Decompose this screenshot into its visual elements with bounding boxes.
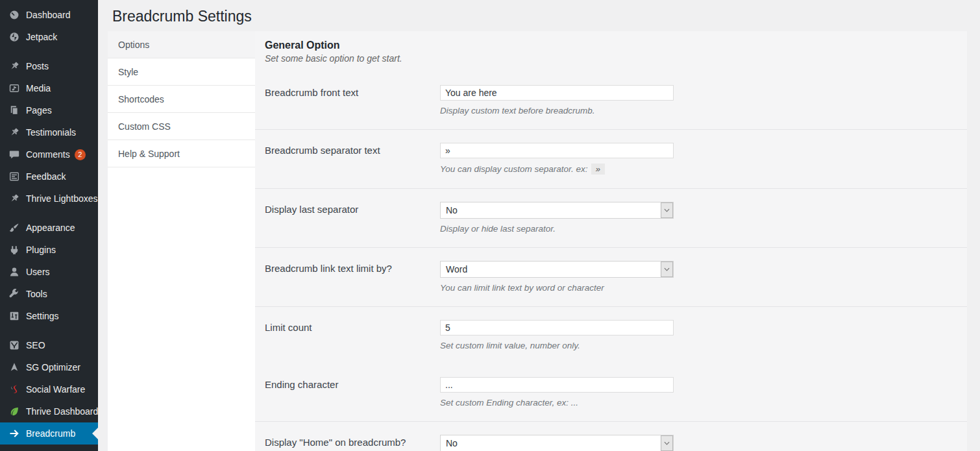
sidebar-item-label: Plugins bbox=[26, 245, 56, 255]
sidebar-item-posts[interactable]: Posts bbox=[0, 55, 98, 77]
sidebar-item-label: Breadcrumb bbox=[26, 428, 75, 439]
sidebar-item-label: Dashboard bbox=[26, 10, 71, 20]
breadcrumb-arrow-icon bbox=[8, 428, 20, 440]
pin-icon bbox=[8, 193, 20, 205]
section-title: General Option bbox=[265, 40, 967, 51]
sidebar-item-thrive-dashboard[interactable]: Thrive Dashboard bbox=[0, 400, 98, 422]
seo-icon bbox=[8, 339, 20, 352]
field-help: Display custom text before breadcrumb. bbox=[440, 106, 967, 116]
sidebar-item-comments[interactable]: Comments 2 bbox=[0, 143, 98, 165]
sidebar-item-label: Thrive Dashboard bbox=[26, 406, 98, 417]
jetpack-icon bbox=[8, 31, 20, 43]
sidebar-item-label: Tools bbox=[26, 289, 47, 299]
sidebar-item-label: Comments bbox=[26, 149, 70, 160]
appearance-icon bbox=[8, 222, 20, 234]
tab-help-support[interactable]: Help & Support bbox=[108, 140, 255, 167]
page-title: Breadcrumb Settings bbox=[98, 0, 980, 31]
sidebar-item-pages[interactable]: Pages bbox=[0, 99, 98, 121]
field-label: Breadcrumb separator text bbox=[265, 143, 440, 175]
breadcrumb-separator-text-input[interactable] bbox=[440, 143, 674, 158]
users-icon bbox=[8, 266, 20, 278]
sidebar-item-testimonials[interactable]: Testimonials bbox=[0, 121, 98, 143]
main-content: Breadcrumb Settings Options Style Shortc… bbox=[98, 0, 980, 451]
field-label: Limit count bbox=[265, 320, 440, 350]
select-value: No bbox=[446, 205, 458, 215]
sidebar-separator bbox=[0, 48, 98, 55]
field-help-text: You can display custom separator. ex: bbox=[440, 164, 588, 174]
sidebar-item-label: Appearance bbox=[26, 223, 75, 233]
sidebar-item-settings[interactable]: Settings bbox=[0, 305, 98, 327]
options-form: General Option Set some basic option to … bbox=[255, 31, 967, 451]
sidebar-item-sg-optimizer[interactable]: SG Optimizer bbox=[0, 356, 98, 378]
field-help: Set custom Ending character, ex: ... bbox=[440, 398, 967, 408]
sidebar-item-plugins[interactable]: Plugins bbox=[0, 239, 98, 261]
display-last-separator-select[interactable]: No bbox=[440, 202, 674, 219]
sidebar-item-label: Thrive Lightboxes bbox=[26, 193, 98, 204]
sidebar-item-label: Posts bbox=[26, 61, 49, 71]
sidebar-item-label: Settings bbox=[26, 311, 59, 321]
setting-row-limit-by: Breadcrumb link text limit by? Word You … bbox=[255, 248, 967, 307]
sidebar-item-feedback[interactable]: Feedback bbox=[0, 165, 98, 188]
sidebar-separator bbox=[0, 210, 98, 217]
sidebar-item-appearance[interactable]: Appearance bbox=[0, 217, 98, 239]
thrive-dashboard-icon bbox=[8, 406, 20, 418]
section-subtitle: Set some basic option to get start. bbox=[265, 53, 967, 64]
sidebar-item-dashboard[interactable]: Dashboard bbox=[0, 4, 98, 26]
tab-shortcodes[interactable]: Shortcodes bbox=[108, 86, 255, 113]
setting-row-display-home: Display "Home" on breadcrumb? No You can… bbox=[255, 422, 967, 451]
pages-icon bbox=[8, 104, 20, 117]
display-home-select[interactable]: No bbox=[440, 435, 674, 451]
sidebar-item-label: SG Optimizer bbox=[26, 362, 80, 372]
plugins-icon bbox=[8, 244, 20, 256]
dashboard-icon bbox=[8, 9, 20, 21]
sg-optimizer-icon bbox=[8, 361, 20, 374]
tools-icon bbox=[8, 288, 20, 300]
tab-custom-css[interactable]: Custom CSS bbox=[108, 113, 255, 140]
social-warfare-icon bbox=[8, 384, 20, 396]
select-value: No bbox=[446, 438, 458, 448]
chevron-down-icon bbox=[661, 435, 673, 451]
sidebar-item-seo[interactable]: SEO bbox=[0, 334, 98, 356]
sidebar-item-label: SEO bbox=[26, 340, 45, 350]
chevron-down-icon bbox=[661, 262, 673, 277]
sidebar-item-label: Users bbox=[26, 267, 50, 277]
sidebar-item-label: Feedback bbox=[26, 171, 66, 182]
comments-badge: 2 bbox=[75, 149, 86, 160]
chevron-down-icon bbox=[661, 202, 673, 218]
sidebar-item-tools[interactable]: Tools bbox=[0, 283, 98, 305]
sidebar-item-social-warfare[interactable]: Social Warfare bbox=[0, 378, 98, 400]
tab-style[interactable]: Style bbox=[108, 58, 255, 86]
select-value: Word bbox=[446, 264, 467, 274]
ending-character-input[interactable] bbox=[440, 377, 674, 393]
setting-row-ending-character: Ending character Set custom Ending chara… bbox=[255, 364, 967, 422]
field-label: Display "Home" on breadcrumb? bbox=[265, 435, 440, 451]
sidebar-item-media[interactable]: Media bbox=[0, 77, 98, 99]
pin-icon bbox=[8, 60, 20, 73]
comments-icon bbox=[8, 149, 20, 161]
breadcrumb-front-text-input[interactable] bbox=[440, 85, 674, 101]
sidebar-item-label: Jetpack bbox=[26, 32, 57, 42]
setting-row-separator-text: Breadcrumb separator text You can displa… bbox=[255, 130, 967, 189]
sidebar-item-jetpack[interactable]: Jetpack bbox=[0, 26, 98, 48]
field-help: You can limit link text by word or chara… bbox=[440, 283, 967, 293]
settings-icon bbox=[8, 310, 20, 323]
sidebar-item-users[interactable]: Users bbox=[0, 261, 98, 283]
link-text-limit-by-select[interactable]: Word bbox=[440, 261, 674, 278]
tab-options[interactable]: Options bbox=[108, 31, 255, 58]
pin-icon bbox=[8, 127, 20, 139]
setting-row-front-text: Breadcrumb front text Display custom tex… bbox=[255, 72, 967, 130]
field-label: Breadcrumb front text bbox=[265, 85, 440, 116]
sidebar-item-thrive-lightboxes[interactable]: Thrive Lightboxes bbox=[0, 188, 98, 210]
media-icon bbox=[8, 82, 20, 95]
feedback-icon bbox=[8, 171, 20, 183]
setting-row-last-separator: Display last separator No Display or hid… bbox=[255, 189, 967, 248]
sidebar-item-label: Testimonials bbox=[26, 127, 76, 138]
sidebar-separator bbox=[0, 327, 98, 334]
setting-row-limit-count: Limit count Set custom limit value, numb… bbox=[255, 307, 967, 364]
field-label: Breadcrumb link text limit by? bbox=[265, 261, 440, 293]
sidebar-item-label: Media bbox=[26, 83, 51, 93]
separator-example-kbd: » bbox=[591, 164, 605, 175]
sidebar-item-breadcrumb[interactable]: Breadcrumb bbox=[0, 422, 98, 445]
field-help: Set custom limit value, number only. bbox=[440, 341, 967, 350]
limit-count-input[interactable] bbox=[440, 320, 674, 335]
